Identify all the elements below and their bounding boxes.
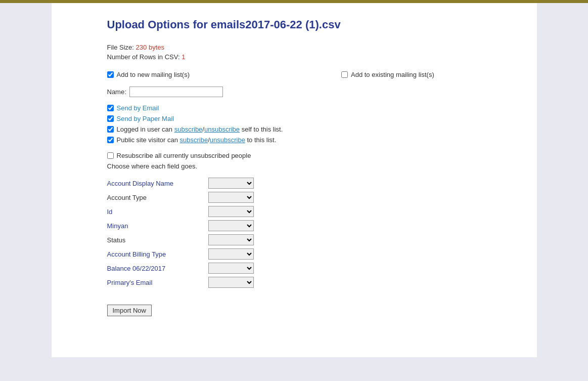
send-by-paper-mail-checkbox[interactable] <box>107 115 114 122</box>
send-by-paper-mail-label: Send by Paper Mail <box>117 115 174 122</box>
table-row: Minyan <box>107 219 258 233</box>
file-size-label: File Size: <box>107 44 134 51</box>
send-by-paper-mail-link[interactable]: Send by Paper Mail <box>117 115 174 122</box>
page-title: Upload Options for emails2017-06-22 (1).… <box>107 18 517 31</box>
add-new-list-checkbox[interactable] <box>107 71 114 78</box>
field-name: Status <box>107 233 208 247</box>
add-existing-list-row: Add to existing mailing list(s) <box>341 71 434 78</box>
field-select-cell <box>208 176 258 190</box>
logged-in-unsubscribe-link[interactable]: unsubscribe <box>204 125 240 133</box>
table-row: Id <box>107 204 258 219</box>
public-text2: to this list. <box>245 136 276 144</box>
field-select-cell <box>208 275 258 289</box>
import-now-button[interactable]: Import Now <box>107 305 152 316</box>
field-mapping-table: Account Display NameAccount TypeIdMinyan… <box>107 176 258 289</box>
table-row: Account Display Name <box>107 176 258 190</box>
logged-in-subscribe-label: Logged in user can subscribe/unsubscribe… <box>117 125 283 133</box>
logged-in-subscribe-row: Logged in user can subscribe/unsubscribe… <box>107 125 517 133</box>
add-existing-list-label: Add to existing mailing list(s) <box>351 71 434 78</box>
file-size-row: File Size: 230 bytes <box>107 44 517 51</box>
field-dropdown[interactable] <box>208 192 254 203</box>
send-by-email-label: Send by Email <box>117 104 159 112</box>
field-select-cell <box>208 190 258 204</box>
send-by-paper-mail-row: Send by Paper Mail <box>107 115 517 122</box>
file-size-value: 230 bytes <box>136 44 164 51</box>
field-select-cell <box>208 204 258 219</box>
field-name: Balance 06/22/2017 <box>107 261 208 275</box>
name-label: Name: <box>107 88 126 96</box>
field-dropdown[interactable] <box>208 234 254 245</box>
add-existing-list-checkbox[interactable] <box>341 71 348 78</box>
field-dropdown[interactable] <box>208 248 254 260</box>
rows-value: 1 <box>182 53 185 61</box>
resubscribe-row: Resubscribe all currently unsubscribed p… <box>107 152 517 159</box>
field-select-cell <box>208 261 258 275</box>
name-row: Name: <box>107 87 517 97</box>
field-dropdown[interactable] <box>208 206 254 217</box>
logged-in-subscribe-checkbox[interactable] <box>107 126 114 133</box>
logged-in-text1: Logged in user can <box>117 125 174 133</box>
field-name: Account Display Name <box>107 176 208 190</box>
add-new-list-row: Add to new mailing list(s) <box>107 71 190 78</box>
resubscribe-checkbox[interactable] <box>107 152 114 159</box>
field-dropdown[interactable] <box>208 277 254 288</box>
send-by-email-link[interactable]: Send by Email <box>117 104 159 112</box>
resubscribe-label: Resubscribe all currently unsubscribed p… <box>117 152 251 159</box>
choose-fields-label: Choose where each field goes. <box>107 162 517 170</box>
field-name: Primary's Email <box>107 275 208 289</box>
field-name: Id <box>107 204 208 219</box>
rows-label: Number of Rows in CSV: <box>107 53 180 61</box>
public-visitor-subscribe-checkbox[interactable] <box>107 137 114 143</box>
public-visitor-text1: Public site visitor can <box>117 136 180 144</box>
public-subscribe-link[interactable]: subscribe <box>180 136 208 144</box>
page-container: Upload Options for emails2017-06-22 (1).… <box>52 3 537 357</box>
public-visitor-subscribe-row: Public site visitor can subscribe/unsubs… <box>107 136 517 144</box>
table-row: Primary's Email <box>107 275 258 289</box>
field-name: Minyan <box>107 219 208 233</box>
mailing-list-options: Add to new mailing list(s) Add to existi… <box>107 71 517 81</box>
field-name: Account Billing Type <box>107 247 208 261</box>
table-row: Account Type <box>107 190 258 204</box>
rows-row: Number of Rows in CSV: 1 <box>107 53 517 61</box>
field-dropdown[interactable] <box>208 220 254 231</box>
table-row: Account Billing Type <box>107 247 258 261</box>
field-select-cell <box>208 233 258 247</box>
field-select-cell <box>208 247 258 261</box>
send-by-email-checkbox[interactable] <box>107 105 114 111</box>
send-by-email-row: Send by Email <box>107 104 517 112</box>
field-name: Account Type <box>107 190 208 204</box>
field-select-cell <box>208 219 258 233</box>
logged-in-subscribe-link[interactable]: subscribe <box>174 125 203 133</box>
public-visitor-subscribe-label: Public site visitor can subscribe/unsubs… <box>117 136 277 144</box>
logged-in-text2: self to this list. <box>240 125 283 133</box>
field-dropdown[interactable] <box>208 263 254 274</box>
table-row: Balance 06/22/2017 <box>107 261 258 275</box>
public-unsubscribe-link[interactable]: unsubscribe <box>210 136 245 144</box>
add-new-list-label: Add to new mailing list(s) <box>117 71 190 78</box>
name-input[interactable] <box>129 87 223 97</box>
field-dropdown[interactable] <box>208 178 254 189</box>
table-row: Status <box>107 233 258 247</box>
